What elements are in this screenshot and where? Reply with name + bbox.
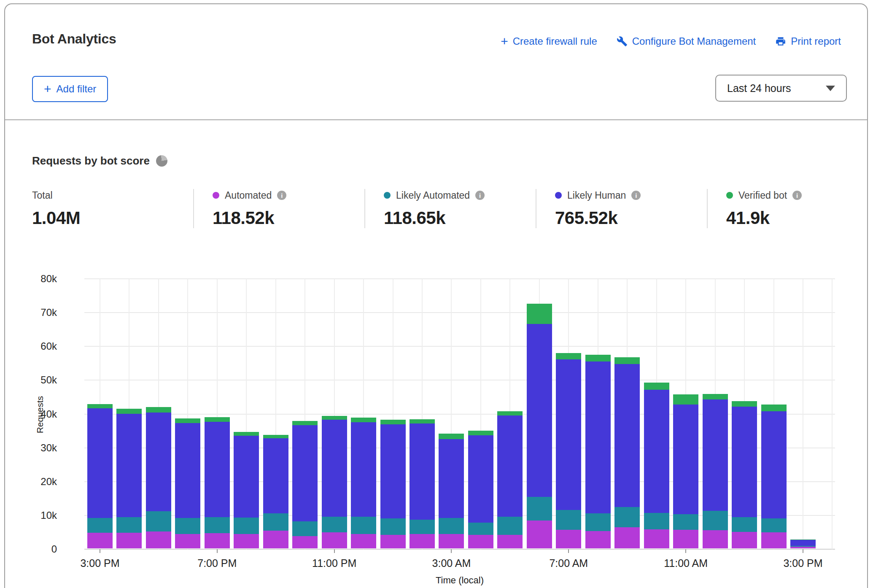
chart-bar[interactable] <box>703 394 728 548</box>
print-report-link[interactable]: Print report <box>775 35 841 47</box>
gridline-v <box>803 279 803 549</box>
bar-segment-verified-bot <box>292 421 318 425</box>
chart-bar[interactable] <box>790 539 816 548</box>
chart-bar[interactable] <box>614 357 640 549</box>
bar-segment-likely-automated <box>146 511 171 531</box>
bar-segment-likely-automated <box>703 511 728 530</box>
x-tick <box>568 549 569 553</box>
bar-segment-verified-bot <box>527 304 552 324</box>
requests-by-bot-score-chart: Requests Time (local) 010k20k30k40k50k60… <box>5 279 868 588</box>
chart-bar[interactable] <box>673 394 698 548</box>
stat-likely-human: Likely Human i 765.52k <box>536 189 707 228</box>
bar-segment-automated <box>87 533 113 548</box>
chart-bar[interactable] <box>761 405 787 548</box>
bar-segment-likely-human <box>614 364 640 507</box>
bar-segment-likely-automated <box>263 513 288 530</box>
bar-segment-likely-automated <box>732 517 757 531</box>
chart-bar[interactable] <box>234 432 259 548</box>
chart-bar[interactable] <box>146 407 171 548</box>
bar-segment-likely-human <box>585 361 611 513</box>
chart-bar[interactable] <box>527 304 552 548</box>
bar-segment-likely-automated <box>351 517 376 534</box>
bar-segment-likely-automated <box>468 523 493 535</box>
info-icon[interactable]: i <box>792 191 802 200</box>
bar-segment-verified-bot <box>439 434 464 440</box>
print-report-label: Print report <box>791 35 841 47</box>
chart-bar[interactable] <box>585 355 611 548</box>
x-tick <box>334 549 335 553</box>
x-tick <box>451 549 452 553</box>
stat-verified-bot-value: 41.9k <box>726 208 842 228</box>
add-filter-button[interactable]: + Add filter <box>32 76 108 102</box>
bar-segment-likely-human <box>761 411 787 519</box>
time-range-select[interactable]: Last 24 hours <box>715 75 847 102</box>
verified-bot-dot-icon <box>726 192 733 199</box>
chart-bar[interactable] <box>87 404 113 548</box>
chart-bar[interactable] <box>263 435 288 548</box>
chart-bar[interactable] <box>439 434 464 548</box>
bar-segment-likely-human <box>673 405 698 514</box>
bar-segment-likely-automated <box>497 517 523 534</box>
chart-bar[interactable] <box>322 416 347 548</box>
stat-verified-bot: Verified bot i 41.9k <box>707 189 850 228</box>
chart-bar[interactable] <box>205 417 230 548</box>
bar-segment-automated <box>439 534 464 548</box>
x-axis-title: Time (local) <box>84 575 835 586</box>
bar-segment-verified-bot <box>146 407 171 413</box>
chart-bar[interactable] <box>732 401 757 548</box>
chart-bar[interactable] <box>292 421 318 548</box>
bar-segment-verified-bot <box>556 353 581 359</box>
wrench-icon <box>617 36 628 47</box>
info-icon[interactable]: i <box>277 191 286 200</box>
chart-bar[interactable] <box>644 383 669 548</box>
info-icon[interactable]: i <box>631 191 641 200</box>
chart-bar[interactable] <box>351 418 376 548</box>
bar-segment-likely-automated <box>614 507 640 527</box>
bar-segment-automated <box>497 535 523 548</box>
stat-likely-automated-value: 118.65k <box>384 208 527 228</box>
gridline-h <box>84 346 835 347</box>
gridline-h <box>84 312 835 313</box>
gridline-h <box>84 278 835 279</box>
create-firewall-rule-link[interactable]: + Create firewall rule <box>501 35 597 47</box>
chart-bar[interactable] <box>556 353 581 548</box>
likely-human-dot-icon <box>555 192 562 199</box>
gridline-v <box>832 279 833 549</box>
chart-bar[interactable] <box>116 409 142 548</box>
bar-segment-verified-bot <box>468 431 493 435</box>
bar-segment-likely-automated <box>175 518 200 534</box>
bar-segment-likely-automated <box>556 510 581 530</box>
stat-likely-human-value: 765.52k <box>555 208 698 228</box>
chart-bar[interactable] <box>497 411 523 548</box>
bar-segment-automated <box>556 530 581 548</box>
bar-segment-likely-human <box>703 399 728 511</box>
time-range-value: Last 24 hours <box>727 82 791 94</box>
configure-bot-management-link[interactable]: Configure Bot Management <box>617 35 756 47</box>
chart-bar[interactable] <box>175 418 200 548</box>
bar-segment-verified-bot <box>205 417 230 422</box>
chart-bar[interactable] <box>380 420 406 548</box>
bar-segment-likely-automated <box>410 520 435 534</box>
y-tick-label: 80k <box>6 273 57 285</box>
chart-bar[interactable] <box>410 419 435 548</box>
plot-area <box>84 279 835 549</box>
bar-segment-verified-bot <box>497 411 523 415</box>
bar-segment-likely-automated <box>292 521 318 536</box>
bar-segment-likely-human <box>439 439 464 518</box>
bar-segment-automated <box>263 531 288 548</box>
page-title: Bot Analytics <box>32 31 116 47</box>
create-firewall-rule-label: Create firewall rule <box>513 35 597 47</box>
stat-likely-automated-label: Likely Automated <box>396 190 470 201</box>
bar-segment-likely-human <box>87 408 113 518</box>
bar-segment-verified-bot <box>761 405 787 411</box>
chart-bar[interactable] <box>468 431 493 548</box>
stat-automated-label: Automated <box>225 190 272 201</box>
bar-segment-likely-human <box>468 435 493 523</box>
bar-segment-likely-human <box>351 422 376 517</box>
info-icon[interactable]: i <box>475 191 485 200</box>
bar-segment-likely-human <box>380 424 406 519</box>
bar-segment-automated <box>761 532 787 548</box>
y-tick-label: 20k <box>6 476 57 488</box>
pie-chart-icon <box>156 155 167 167</box>
bar-segment-automated <box>703 530 728 548</box>
